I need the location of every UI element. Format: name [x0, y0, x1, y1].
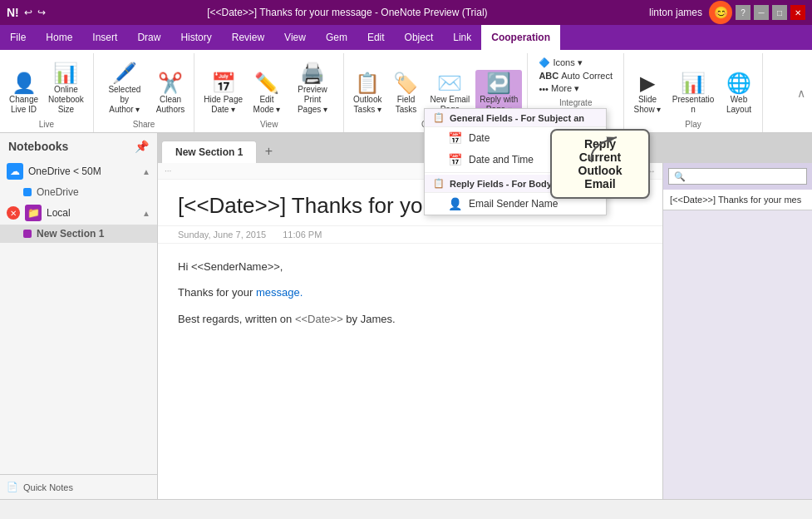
preview-print-pages-icon: 🖨️ — [300, 63, 325, 83]
title-bar: N! ↩ ↪ [<<Date>>] Thanks for your messag… — [0, 0, 812, 25]
new-section-1-label: New Section 1 — [37, 228, 104, 240]
dropdown-email-sender-label: Email Sender Name — [469, 198, 558, 210]
quick-access-redo[interactable]: ↪ — [37, 7, 46, 18]
hide-page-date-button[interactable]: 📅 Hide PageDate ▾ — [199, 70, 247, 118]
menu-history[interactable]: History — [170, 25, 221, 50]
ribbon-integrate-icons: 🔷 Icons ▾ ABC Auto Correct ••• More ▾ — [533, 55, 618, 96]
page-time-text: 11:06 PM — [283, 230, 322, 240]
maximize-button[interactable]: □ — [772, 5, 787, 20]
selected-by-author-icon: 🖊️ — [112, 63, 137, 83]
ribbon-collapse-button[interactable]: ∧ — [797, 86, 805, 100]
menu-gem[interactable]: Gem — [316, 25, 357, 50]
preview-print-pages-button[interactable]: 🖨️ Preview PrintPages ▾ — [287, 60, 338, 118]
drag-dots: ··· — [165, 166, 171, 175]
dropdown-date-and-time-icon: 📅 — [448, 153, 462, 166]
edit-mode-label: EditMode ▾ — [253, 95, 281, 115]
web-layout-button[interactable]: 🌐 WebLayout — [721, 70, 757, 118]
online-notebook-size-icon: 📊 — [53, 63, 78, 83]
field-tasks-button[interactable]: 🏷️ FieldTasks — [387, 70, 424, 118]
ribbon-group-play-label: Play — [685, 120, 701, 131]
more-button[interactable]: ••• More ▾ — [536, 82, 615, 95]
menu-insert[interactable]: Insert — [82, 25, 127, 50]
presentation-button[interactable]: 📊 Presentation — [667, 70, 719, 118]
quick-notes-icon: 📄 — [7, 482, 18, 492]
outlook-tasks-button[interactable]: 📋 OutlookTasks ▾ — [349, 70, 386, 118]
menu-review[interactable]: Review — [222, 25, 274, 50]
page-body[interactable]: Hi <<SenderName>>, Thanks for your messa… — [158, 244, 662, 348]
app-icon: N! — [7, 6, 19, 19]
edit-mode-button[interactable]: ✏️ EditMode ▾ — [249, 70, 285, 118]
page-date-text: Sunday, June 7, 2015 — [178, 230, 266, 240]
hide-page-date-label: Hide PageDate ▾ — [204, 95, 243, 115]
window-title: [<<Date>>] Thanks for your message - One… — [46, 7, 649, 18]
message-link: message. — [256, 286, 303, 299]
quick-notes-footer[interactable]: 📄 Quick Notes — [0, 474, 157, 499]
right-panel-search-input[interactable] — [668, 168, 807, 185]
change-live-id-icon: 👤 — [12, 73, 37, 93]
quick-access-undo[interactable]: ↩ — [24, 7, 32, 18]
help-button[interactable]: ? — [736, 5, 750, 20]
dropdown-date-icon: 📅 — [448, 131, 462, 145]
menu-edit[interactable]: Edit — [357, 25, 395, 50]
ribbon-group-live: 👤 ChangeLive ID 📊 OnlineNotebookSize Liv… — [0, 53, 94, 132]
pin-icon[interactable]: 📌 — [135, 140, 149, 153]
menu-draw[interactable]: Draw — [127, 25, 170, 50]
add-section-button[interactable]: + — [258, 141, 278, 161]
right-panel: [<<Date>>] Thanks for your mes — [662, 163, 812, 499]
ribbon-group-share: 🖊️ Selected byAuthor ▾ ✂️ CleanAuthors S… — [94, 53, 194, 132]
dropdown-section-general-label: General Fields - For Subject an — [450, 113, 584, 123]
menu-file[interactable]: File — [0, 25, 36, 50]
outlook-tasks-label: OutlookTasks ▾ — [353, 95, 381, 115]
user-name: linton james — [649, 7, 702, 18]
local-collapse[interactable]: ▲ — [142, 209, 150, 218]
tab-new-section-1[interactable]: New Section 1 — [161, 141, 257, 163]
menu-link[interactable]: Link — [443, 25, 481, 50]
tooltip-arrow-svg — [583, 129, 650, 171]
ribbon-right-controls: ∧ — [797, 53, 812, 132]
auto-correct-button[interactable]: ABC Auto Correct — [536, 70, 615, 82]
web-layout-label: WebLayout — [726, 95, 751, 115]
local-error-icon: ✕ — [7, 206, 20, 220]
slide-show-button[interactable]: ▶ SlideShow ▾ — [629, 70, 666, 118]
clean-authors-button[interactable]: ✂️ CleanAuthors — [152, 70, 189, 118]
notebook-local[interactable]: ✕ 📁 Local ▲ — [0, 201, 157, 225]
outlook-tasks-icon: 📋 — [355, 73, 380, 93]
selected-by-author-button[interactable]: 🖊️ Selected byAuthor ▾ — [99, 60, 150, 118]
menu-view[interactable]: View — [274, 25, 316, 50]
dropdown-date-label: Date — [469, 132, 490, 144]
menu-object[interactable]: Object — [395, 25, 444, 50]
notebook-onedrive-50m[interactable]: ☁ OneDrive < 50M ▲ — [0, 160, 157, 183]
local-icon: 📁 — [25, 205, 42, 221]
menu-cooperation[interactable]: Cooperation — [481, 25, 560, 50]
minimize-button[interactable]: ─ — [754, 5, 769, 20]
menu-home[interactable]: Home — [36, 25, 82, 50]
dropdown-section-general-icon: 📋 — [433, 112, 445, 123]
main-layout: Notebooks 📌 ☁ OneDrive < 50M ▲ OneDrive … — [0, 133, 812, 499]
status-bar — [0, 499, 812, 519]
ribbon-group-live-buttons: 👤 ChangeLive ID 📊 OnlineNotebookSize — [5, 55, 88, 118]
title-bar-controls: linton james 😊 ? ─ □ ✕ — [649, 1, 805, 24]
dropdown-section-general: 📋 General Fields - For Subject an — [425, 109, 606, 127]
online-notebook-size-button[interactable]: 📊 OnlineNotebookSize — [44, 60, 88, 118]
body-line1: Hi <<SenderName>>, — [178, 257, 642, 276]
dropdown-date-and-time-label: Date and Time — [469, 154, 534, 166]
onedrive-section[interactable]: OneDrive — [0, 183, 157, 201]
right-panel-item-1[interactable]: [<<Date>>] Thanks for your mes — [663, 190, 812, 210]
onedrive-50m-icon: ☁ — [7, 163, 23, 180]
page-title-text: [<<Date>>] Thanks for yo — [178, 193, 422, 218]
ribbon-group-view-buttons: 📅 Hide PageDate ▾ ✏️ EditMode ▾ 🖨️ Previ… — [199, 55, 338, 118]
onedrive-50m-collapse[interactable]: ▲ — [142, 167, 150, 176]
sidebar: Notebooks 📌 ☁ OneDrive < 50M ▲ OneDrive … — [0, 133, 158, 499]
tab-new-section-1-label: New Section 1 — [175, 146, 243, 158]
presentation-label: Presentation — [672, 95, 715, 115]
title-bar-left: N! ↩ ↪ — [7, 6, 46, 19]
ribbon-group-view: 📅 Hide PageDate ▾ ✏️ EditMode ▾ 🖨️ Previ… — [194, 53, 344, 132]
new-section-1-sidebar[interactable]: New Section 1 — [0, 225, 157, 243]
right-panel-search-area — [663, 163, 812, 190]
ribbon: 👤 ChangeLive ID 📊 OnlineNotebookSize Liv… — [0, 50, 812, 133]
menu-bar: File Home Insert Draw History Review Vie… — [0, 25, 812, 50]
icons-button[interactable]: 🔷 Icons ▾ — [536, 57, 615, 69]
presentation-icon: 📊 — [681, 73, 706, 93]
change-live-id-button[interactable]: 👤 ChangeLive ID — [5, 70, 42, 118]
close-button[interactable]: ✕ — [790, 5, 805, 20]
